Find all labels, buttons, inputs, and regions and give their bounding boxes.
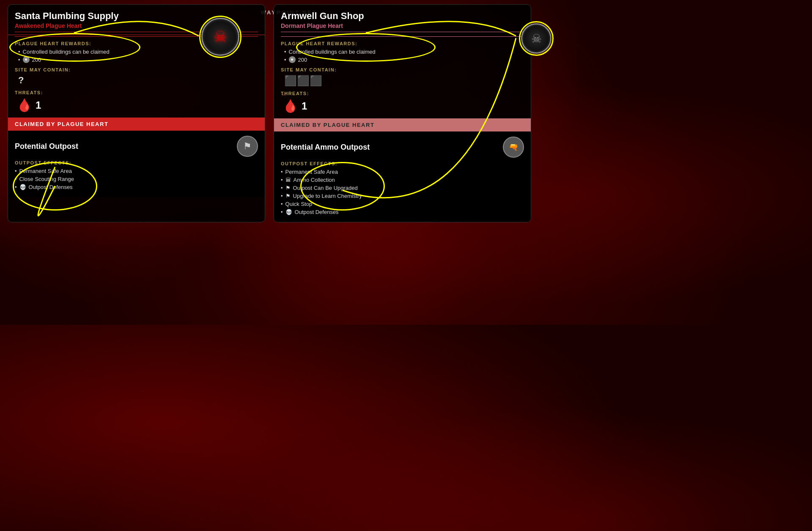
blood-drop-icon-left: 🩸 (16, 98, 32, 112)
right-outpost-title: Potential Ammo Outpost (281, 143, 370, 152)
left-waypoint-icon: ☠ (201, 18, 239, 56)
right-card-title: Armwell Gun Shop (281, 11, 524, 22)
left-effect-1: • Permanent Safe Area (15, 168, 258, 174)
right-effect-3: • ⚑ Outpost Can Be Upgraded (281, 185, 524, 191)
left-outpost-icon-btn[interactable]: ⚑ (237, 136, 258, 157)
left-outpost-effects-label: OUTPOST EFFECTS: (15, 160, 258, 165)
right-threat-item: ᶻᶻ 🩸 1 (283, 99, 524, 113)
left-site-contain-label: SITE MAY CONTAIN: (15, 67, 258, 72)
plague-skull-icon-left: ☠ (214, 28, 227, 46)
left-outpost-header: Potential Outpost ⚑ (15, 136, 258, 157)
right-threat-count: 1 (302, 100, 307, 112)
right-effect-1: • Permanent Safe Area (281, 169, 524, 175)
right-card-bottom: CLAIMED BY PLAGUE HEART Potential Ammo O… (274, 118, 531, 222)
plague-skull-icon-right: ☠ (531, 32, 542, 46)
right-reward-1: • Controlled buildings can be claimed (284, 49, 524, 55)
left-reward-2: • ★ 200 (18, 56, 258, 63)
right-card: Armwell Gun Shop Dormant Plague Heart PL… (274, 4, 531, 222)
left-outpost-section: Potential Outpost ⚑ OUTPOST EFFECTS: • P… (8, 131, 265, 197)
right-site-contain-label: SITE MAY CONTAIN: (281, 67, 524, 72)
right-outpost-icon-btn[interactable]: 🔫 (503, 137, 524, 158)
right-plague-rewards-label: PLAGUE HEART REWARDS: (281, 41, 524, 46)
flag-icon-right-upgrade: ⚑ (285, 185, 291, 191)
right-outpost-section: Potential Ammo Outpost 🔫 OUTPOST EFFECTS… (274, 131, 531, 222)
star-icon-right: ★ (289, 56, 296, 63)
right-outpost-header: Potential Ammo Outpost 🔫 (281, 137, 524, 158)
left-site-content: ? (18, 75, 258, 86)
left-threats-label: THREATS: (15, 90, 258, 95)
ammo-collection-icon: 🏛 (285, 177, 291, 183)
right-effect-5: • Quick Stop (281, 201, 524, 207)
left-card-bottom: CLAIMED BY PLAGUE HEART Potential Outpos… (8, 118, 265, 197)
right-effect-4: • ⚑ Upgrade to Learn Chemistry (281, 193, 524, 199)
zzz-icon: ᶻᶻ (283, 93, 286, 98)
right-outpost-effects-label: OUTPOST EFFECTS: (281, 161, 524, 166)
right-card-top: Armwell Gun Shop Dormant Plague Heart PL… (274, 5, 531, 118)
skull-icon-right-effect: 💀 (285, 209, 292, 215)
left-outpost-title: Potential Outpost (15, 142, 78, 151)
left-claimed-banner: CLAIMED BY PLAGUE HEART (8, 118, 265, 131)
left-effect-2: • Close Scouting Range (15, 176, 258, 182)
left-threat-count: 1 (36, 99, 41, 111)
star-icon-left: ★ (23, 56, 30, 63)
right-waypoint-icon: ☠ (521, 23, 551, 54)
right-threats-label: THREATS: (281, 91, 524, 96)
right-claimed-banner: CLAIMED BY PLAGUE HEART (274, 118, 531, 131)
ammo-icon-btn: 🔫 (509, 142, 518, 152)
right-card-subtitle: Dormant Plague Heart (281, 22, 524, 32)
dormant-threat-icon-wrapper: ᶻᶻ 🩸 (283, 99, 298, 113)
right-effect-2: • 🏛 Ammo Collection (281, 177, 524, 183)
blood-drop-icon-right: 🩸 (283, 99, 298, 113)
cards-container: Santa Plumbing Supply Awakened Plague He… (8, 4, 531, 222)
left-threat-item: 🩸 1 (16, 98, 258, 112)
right-effect-6: • 💀 Outpost Defenses (281, 209, 524, 215)
screen-container: WAYPOINT SET ☠ ☠ Santa Plumbing Supply A… (0, 0, 578, 325)
right-site-content-ammo: ⬛⬛⬛ (284, 75, 524, 87)
skull-icon-left-effect: 💀 (19, 184, 26, 190)
flag-icon-right-chemistry: ⚑ (285, 193, 291, 199)
left-effect-3: • 💀 Outpost Defenses (15, 184, 258, 190)
flag-icon-left: ⚑ (243, 141, 252, 152)
right-reward-2: • ★ 200 (284, 56, 524, 63)
